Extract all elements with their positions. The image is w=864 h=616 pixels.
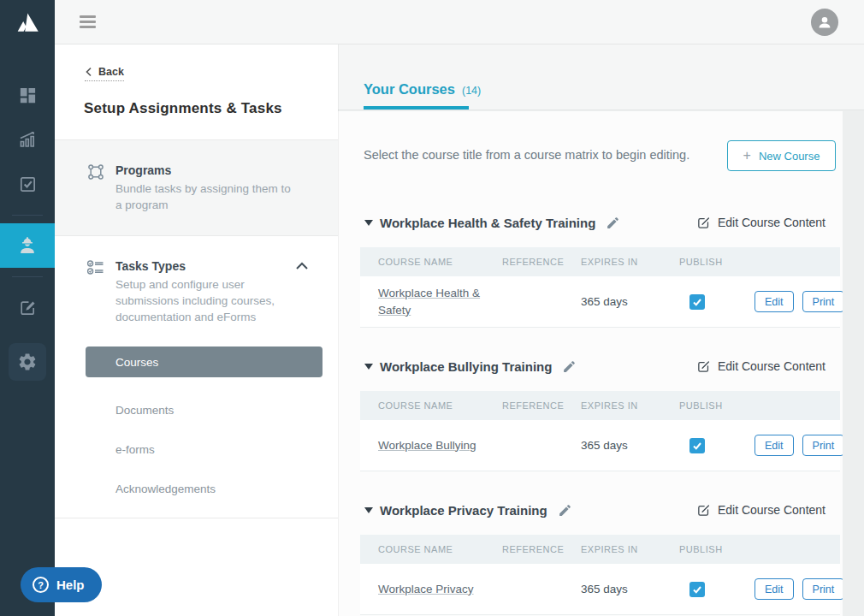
intro-text: Select the course title from a course ma… — [364, 148, 689, 162]
table-header-row: COURSE NAME REFERENCE EXPIRES IN PUBLISH — [360, 535, 840, 564]
tab-label: Your Courses — [364, 81, 455, 97]
column-reference: REFERENCE — [502, 400, 581, 411]
tab-count: (14) — [462, 85, 481, 97]
column-expires-in: EXPIRES IN — [581, 257, 679, 267]
brand-logo[interactable] — [0, 0, 55, 44]
checkmark-icon — [692, 441, 702, 451]
checkmark-icon — [692, 297, 702, 307]
course-name-link[interactable]: Workplace Health & Safety — [378, 287, 480, 317]
sidebar-item-dashboard[interactable] — [0, 73, 55, 117]
panel-title: Setup Assignments & Tasks — [84, 100, 338, 117]
sidebar-item-settings[interactable] — [9, 343, 46, 381]
print-button[interactable]: Print — [802, 578, 843, 600]
compose-note-icon — [18, 298, 38, 317]
column-reference: REFERENCE — [502, 257, 581, 267]
edit-course-content-label: Edit Course Content — [718, 503, 826, 517]
edit-course-content-link[interactable]: Edit Course Content — [696, 359, 826, 374]
programs-title[interactable]: Programs — [115, 163, 309, 177]
question-mark-icon: ? — [33, 577, 49, 593]
course-name-link[interactable]: Workplace Privacy — [378, 583, 474, 595]
icon-rail — [0, 0, 55, 616]
edit-course-content-label: Edit Course Content — [718, 216, 826, 229]
triangle-down-icon[interactable] — [364, 220, 373, 226]
task-types-title[interactable]: Tasks Types — [115, 259, 295, 273]
edit-button[interactable]: Edit — [755, 291, 794, 312]
column-course-name: COURSE NAME — [378, 400, 502, 411]
sidebar-item-workers-active[interactable] — [0, 223, 55, 268]
help-label: Help — [56, 578, 85, 592]
task-type-item-acknowledgements[interactable]: Acknowledgements — [115, 483, 309, 495]
programs-vector-icon — [86, 162, 106, 182]
column-course-name: COURSE NAME — [378, 257, 502, 267]
pencil-icon[interactable] — [606, 216, 620, 230]
app-root: Back Setup Assignments & Tasks Programs … — [0, 0, 864, 616]
back-link[interactable]: Back — [85, 66, 124, 81]
analytics-chart-icon — [17, 129, 38, 150]
edit-course-content-link[interactable]: Edit Course Content — [696, 503, 826, 518]
publish-checkbox[interactable] — [689, 294, 705, 310]
task-type-label: Courses — [115, 356, 158, 369]
edit-square-icon — [696, 359, 711, 374]
expires-cell: 365 days — [581, 583, 679, 595]
sidebar-item-analytics[interactable] — [0, 117, 55, 162]
settings-panel: Back Setup Assignments & Tasks Programs … — [55, 44, 338, 616]
course-group: Workplace Bullying Training Edit Course … — [338, 355, 843, 471]
course-table: COURSE NAME REFERENCE EXPIRES IN PUBLISH… — [360, 535, 840, 615]
programs-description: Bundle tasks by assigning them to a prog… — [115, 181, 297, 213]
course-table: COURSE NAME REFERENCE EXPIRES IN PUBLISH… — [360, 247, 840, 328]
tab-your-courses[interactable]: Your Courses(14) — [364, 81, 484, 110]
edit-course-content-label: Edit Course Content — [718, 359, 826, 373]
main-area: Your Courses(14) Select the course title… — [338, 44, 864, 616]
table-row: Workplace Privacy 365 days Edit Print — [360, 564, 840, 615]
edit-button[interactable]: Edit — [755, 435, 794, 456]
column-publish: PUBLISH — [679, 544, 755, 554]
sidebar-item-tasks[interactable] — [0, 162, 55, 206]
triangle-down-icon[interactable] — [364, 507, 373, 513]
task-types-checklist-icon — [86, 258, 106, 278]
course-group: Workplace Health & Safety Training Edit … — [338, 211, 843, 328]
publish-checkbox[interactable] — [689, 582, 705, 597]
triangle-down-icon[interactable] — [364, 364, 373, 370]
chevron-up-icon[interactable] — [295, 261, 309, 270]
plus-icon: + — [743, 148, 751, 163]
course-group-title[interactable]: Workplace Health & Safety Training — [380, 216, 595, 230]
new-course-button[interactable]: + New Course — [727, 140, 836, 171]
new-course-label: New Course — [759, 150, 820, 163]
chevron-left-icon — [85, 67, 92, 77]
edit-square-icon — [696, 216, 711, 230]
worker-profile-icon — [16, 234, 38, 257]
task-type-item-courses[interactable]: Courses — [86, 346, 323, 377]
edit-button[interactable]: Edit — [755, 578, 794, 600]
help-button[interactable]: ? Help — [21, 567, 102, 602]
task-check-icon — [18, 175, 38, 194]
publish-checkbox[interactable] — [689, 438, 705, 453]
task-type-label: Documents — [115, 404, 174, 417]
hamburger-menu-icon[interactable] — [80, 13, 96, 31]
programs-section[interactable]: Programs Bundle tasks by assigning them … — [55, 139, 338, 236]
task-type-item-eforms[interactable]: e-forms — [115, 443, 309, 456]
table-row: Workplace Health & Safety 365 days Edit … — [360, 276, 840, 328]
course-group-title[interactable]: Workplace Bullying Training — [380, 359, 552, 374]
column-expires-in: EXPIRES IN — [581, 400, 679, 411]
print-button[interactable]: Print — [802, 435, 843, 456]
rail-divider — [12, 215, 43, 216]
pencil-icon[interactable] — [558, 503, 572, 518]
dashboard-icon — [18, 86, 38, 105]
course-group-title[interactable]: Workplace Privacy Training — [380, 503, 547, 518]
table-header-row: COURSE NAME REFERENCE EXPIRES IN PUBLISH — [360, 247, 840, 276]
task-types-section: Tasks Types Setup and configure user sub… — [55, 236, 338, 518]
task-type-item-documents[interactable]: Documents — [115, 404, 309, 417]
user-avatar[interactable] — [811, 9, 838, 36]
tab-strip: Your Courses(14) — [338, 44, 864, 110]
top-bar — [55, 0, 864, 44]
rail-divider — [12, 276, 43, 277]
print-button[interactable]: Print — [802, 291, 843, 312]
edit-course-content-link[interactable]: Edit Course Content — [696, 216, 826, 230]
course-name-link[interactable]: Workplace Bullying — [378, 439, 476, 452]
pencil-icon[interactable] — [562, 359, 577, 374]
expires-cell: 365 days — [581, 439, 679, 452]
checkmark-icon — [692, 584, 702, 595]
sidebar-item-records[interactable] — [0, 285, 55, 329]
column-publish: PUBLISH — [679, 257, 755, 267]
task-types-description: Setup and configure user submissions inc… — [115, 276, 295, 325]
